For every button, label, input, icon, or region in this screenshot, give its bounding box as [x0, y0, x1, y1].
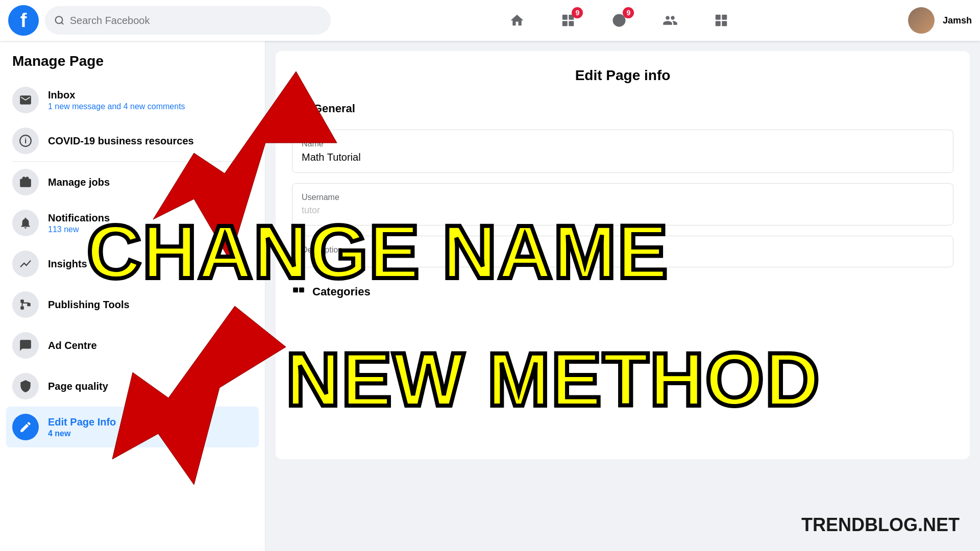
notifications-sub: 113 new [48, 225, 253, 234]
name-field-label: Name [302, 139, 944, 148]
search-bar[interactable] [45, 6, 331, 35]
insights-label: Insights [48, 258, 253, 270]
editpage-icon [12, 414, 39, 440]
svg-rect-15 [20, 306, 24, 310]
categories-section: Categories [292, 284, 953, 300]
right-content: Edit Page info i General Name Math Tutor… [265, 41, 980, 551]
svg-text:i: i [24, 136, 27, 145]
adcentre-icon [12, 332, 39, 359]
insights-icon [12, 251, 39, 277]
home-button[interactable] [499, 6, 535, 35]
sidebar-item-jobs[interactable]: Manage jobs ▾ [0, 162, 265, 203]
svg-rect-2 [562, 15, 568, 20]
search-input[interactable] [70, 15, 322, 27]
svg-rect-9 [722, 15, 727, 20]
svg-rect-22 [299, 288, 304, 293]
watch-badge: 9 [623, 7, 634, 18]
publishing-icon [12, 291, 39, 318]
covid-icon: i [12, 128, 39, 154]
main-layout: Manage Page Inbox 1 new message and 4 ne… [0, 41, 980, 551]
avatar[interactable] [908, 7, 935, 34]
nav-right: Jamsh [908, 7, 972, 34]
covid-label: COVID-19 business resources [48, 135, 253, 147]
categories-label: Categories [312, 285, 371, 298]
svg-line-1 [61, 22, 63, 24]
svg-rect-8 [716, 15, 721, 20]
search-icon [54, 15, 65, 26]
publishing-label: Publishing Tools [48, 299, 253, 311]
description-field-group: Description [292, 236, 953, 267]
svg-rect-4 [562, 21, 568, 26]
general-label: General [313, 102, 355, 115]
svg-rect-5 [569, 21, 574, 26]
jobs-icon [12, 169, 39, 195]
sidebar-item-adcentre[interactable]: Ad Centre [0, 325, 265, 366]
quality-label: Page quality [48, 381, 253, 392]
jobs-label: Manage jobs [48, 177, 239, 188]
top-navigation: f 9 9 Jamsh [0, 0, 980, 41]
inbox-label: Inbox [48, 89, 253, 101]
sidebar-item-insights[interactable]: Insights [0, 243, 265, 284]
username-field-group: Username tutor [292, 183, 953, 226]
inbox-icon [12, 87, 39, 113]
edit-panel: Edit Page info i General Name Math Tutor… [276, 51, 970, 459]
quality-icon [12, 373, 39, 399]
watch-button[interactable]: 9 [601, 6, 637, 35]
categories-icon [292, 284, 305, 300]
user-name: Jamsh [943, 15, 972, 26]
pages-button[interactable]: 9 [550, 6, 586, 35]
sidebar-item-editpage[interactable]: Edit Page Info 4 new [6, 407, 259, 447]
general-icon: i [292, 100, 306, 117]
sidebar-item-inbox[interactable]: Inbox 1 new message and 4 new comments [0, 80, 265, 120]
avatar-image [908, 7, 935, 34]
facebook-logo: f [8, 5, 39, 36]
menu-button[interactable] [703, 6, 739, 35]
name-field-group: Name Math Tutorial [292, 130, 953, 173]
editpage-sub: 4 new [48, 429, 253, 438]
sidebar-item-publishing[interactable]: Publishing Tools [0, 284, 265, 325]
svg-rect-10 [716, 21, 721, 26]
sidebar-item-quality[interactable]: Page quality [0, 366, 265, 407]
sidebar-title: Manage Page [0, 53, 265, 80]
name-field-value: Math Tutorial [302, 152, 944, 163]
username-field-value: tutor [302, 205, 944, 216]
general-section-header: i General [292, 100, 953, 117]
pages-badge: 9 [572, 7, 583, 18]
description-field-label: Description [302, 245, 944, 255]
svg-rect-11 [722, 21, 727, 26]
notifications-icon [12, 210, 39, 236]
inbox-sub: 1 new message and 4 new comments [48, 102, 253, 111]
sidebar-item-notifications[interactable]: Notifications 113 new [0, 203, 265, 243]
editpage-label: Edit Page Info [48, 416, 253, 428]
jobs-chevron-icon: ▾ [248, 177, 253, 188]
svg-rect-21 [293, 288, 298, 293]
friends-button[interactable] [652, 6, 688, 35]
edit-panel-title: Edit Page info [292, 67, 953, 84]
username-field-label: Username [302, 193, 944, 202]
sidebar: Manage Page Inbox 1 new message and 4 ne… [0, 41, 265, 551]
nav-center-icons: 9 9 [331, 6, 908, 35]
svg-point-0 [56, 16, 63, 23]
notifications-label: Notifications [48, 212, 253, 224]
sidebar-item-covid[interactable]: i COVID-19 business resources [0, 120, 265, 161]
adcentre-label: Ad Centre [48, 340, 253, 352]
svg-text:i: i [298, 103, 301, 112]
